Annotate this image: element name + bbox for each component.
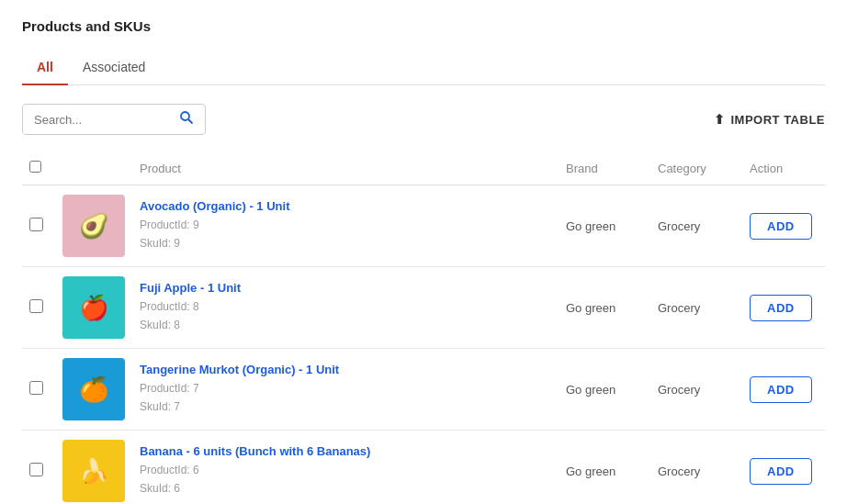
- import-label: IMPORT TABLE: [730, 113, 825, 127]
- product-name: Tangerine Murkot (Organic) - 1 Unit: [140, 363, 551, 376]
- row-brand-cell: Go green: [559, 267, 650, 349]
- row-category-cell: Grocery: [650, 349, 742, 431]
- product-name: Avocado (Organic) - 1 Unit: [140, 199, 551, 213]
- row-brand-cell: Go green: [559, 185, 650, 267]
- add-button[interactable]: ADD: [750, 458, 812, 485]
- row-product-cell: Banana - 6 units (Bunch with 6 Bananas) …: [132, 431, 559, 505]
- row-image-cell: 🍌: [55, 431, 132, 505]
- row-product-cell: Avocado (Organic) - 1 Unit ProductId: 9S…: [132, 185, 559, 267]
- row-action-cell: ADD: [742, 267, 825, 349]
- product-meta: ProductId: 6SkuId: 6: [140, 462, 551, 497]
- col-header-brand: Brand: [559, 151, 650, 185]
- table-row: 🥑 Avocado (Organic) - 1 Unit ProductId: …: [22, 185, 825, 267]
- product-image: 🥑: [62, 195, 125, 257]
- upload-icon: ⬆: [714, 112, 726, 127]
- row-category-cell: Grocery: [650, 267, 742, 349]
- page-title: Products and SKUs: [22, 18, 825, 34]
- tab-associated[interactable]: Associated: [68, 50, 160, 85]
- add-button[interactable]: ADD: [750, 376, 812, 403]
- product-meta: ProductId: 8SkuId: 8: [140, 298, 551, 333]
- col-header-action: Action: [742, 151, 825, 185]
- row-action-cell: ADD: [742, 431, 825, 505]
- row-checkbox-cell: [22, 349, 55, 431]
- import-table-button[interactable]: ⬆ IMPORT TABLE: [714, 112, 825, 127]
- row-checkbox[interactable]: [29, 381, 43, 395]
- select-all-checkbox[interactable]: [29, 161, 41, 173]
- row-checkbox-cell: [22, 431, 55, 505]
- row-brand-cell: Go green: [559, 349, 650, 431]
- col-header-category: Category: [650, 151, 742, 185]
- product-image: 🍌: [62, 440, 125, 502]
- search-button[interactable]: [170, 105, 203, 134]
- search-icon: [179, 110, 194, 125]
- toolbar: ⬆ IMPORT TABLE: [22, 104, 825, 135]
- svg-line-1: [189, 120, 193, 124]
- add-button[interactable]: ADD: [750, 213, 812, 240]
- row-checkbox[interactable]: [29, 463, 43, 476]
- row-category-cell: Grocery: [650, 185, 742, 267]
- product-meta: ProductId: 9SkuId: 9: [140, 217, 551, 252]
- row-checkbox[interactable]: [29, 299, 43, 313]
- col-header-product: Product: [132, 151, 559, 185]
- row-image-cell: 🥑: [55, 185, 132, 267]
- product-name: Fuji Apple - 1 Unit: [140, 281, 551, 295]
- row-checkbox-cell: [22, 267, 55, 349]
- table-header-row: Product Brand Category Action: [22, 151, 825, 185]
- row-checkbox-cell: [22, 185, 55, 267]
- row-category-cell: Grocery: [650, 431, 742, 505]
- row-action-cell: ADD: [742, 349, 825, 431]
- table-row: 🍌 Banana - 6 units (Bunch with 6 Bananas…: [22, 431, 825, 505]
- tab-all[interactable]: All: [22, 50, 68, 85]
- add-button[interactable]: ADD: [750, 295, 812, 321]
- search-wrapper: [22, 104, 206, 135]
- col-header-image: [55, 151, 132, 185]
- table-body: 🥑 Avocado (Organic) - 1 Unit ProductId: …: [22, 185, 825, 505]
- product-image: 🍊: [62, 358, 125, 420]
- row-action-cell: ADD: [742, 185, 825, 267]
- svg-point-0: [181, 112, 189, 120]
- row-product-cell: Tangerine Murkot (Organic) - 1 Unit Prod…: [132, 349, 559, 431]
- row-brand-cell: Go green: [559, 431, 650, 505]
- tabs-container: All Associated: [22, 50, 825, 85]
- col-header-check: [22, 151, 55, 185]
- row-image-cell: 🍎: [55, 267, 132, 349]
- table-row: 🍎 Fuji Apple - 1 Unit ProductId: 8SkuId:…: [22, 267, 825, 349]
- product-image: 🍎: [62, 276, 125, 339]
- page-container: Products and SKUs All Associated ⬆ IMPOR…: [0, 0, 847, 504]
- search-input[interactable]: [23, 106, 170, 134]
- row-image-cell: 🍊: [55, 349, 132, 431]
- row-product-cell: Fuji Apple - 1 Unit ProductId: 8SkuId: 8: [132, 267, 559, 349]
- product-name: Banana - 6 units (Bunch with 6 Bananas): [140, 444, 551, 458]
- products-table: Product Brand Category Action 🥑 Avocado …: [22, 151, 825, 504]
- table-row: 🍊 Tangerine Murkot (Organic) - 1 Unit Pr…: [22, 349, 825, 431]
- row-checkbox[interactable]: [29, 218, 43, 231]
- product-meta: ProductId: 7SkuId: 7: [140, 380, 551, 415]
